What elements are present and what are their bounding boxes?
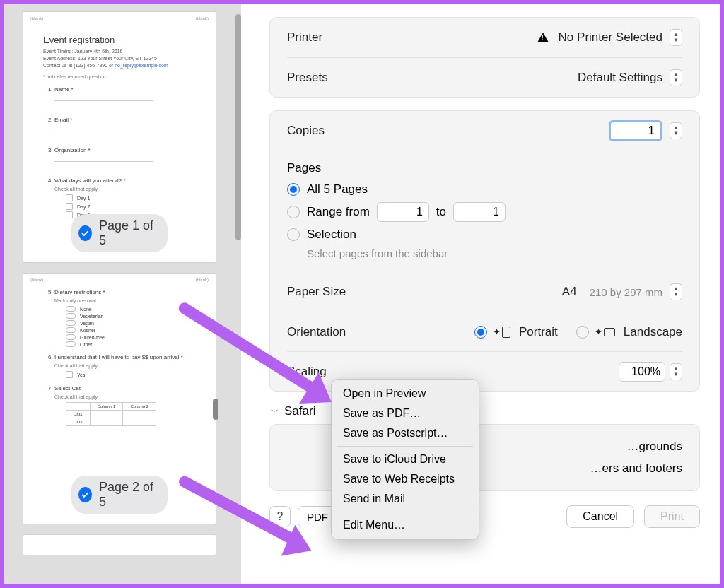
pages-selection-label: Selection (307, 228, 356, 242)
safari-section-label: Safari (284, 404, 315, 418)
thumb2-q5-o3: Vegan (66, 320, 196, 326)
menu-save-icloud[interactable]: Save to iCloud Drive (332, 449, 479, 469)
orientation-portrait-label: Portrait (519, 325, 558, 339)
thumb1-title: Event registration (43, 35, 196, 45)
updown-icon (670, 69, 682, 86)
orientation-landscape-radio[interactable] (576, 326, 589, 339)
thumb2-q5-o2: Vegetarian (66, 313, 196, 319)
printer-label: Printer (287, 30, 322, 45)
thumb1-contact: Contact us at (123) 456-7890 or (43, 63, 115, 68)
page-badge-2-label: Page 2 of 5 (99, 480, 155, 510)
thumb2-q6-opt: Yes (66, 371, 196, 378)
help-button[interactable]: ? (269, 506, 291, 527)
thumb1-required: * Indicates required question (43, 74, 196, 79)
papersize-value: A4 (562, 285, 577, 299)
pages-all-label: All 5 Pages (307, 182, 368, 196)
thumb1-q1: Name * (54, 86, 74, 93)
print-button[interactable]: Print (644, 505, 700, 528)
presets-label: Presets (287, 71, 328, 85)
page-badge-1-label: Page 1 of 5 (99, 218, 155, 248)
landscape-icon: ✦ (595, 327, 615, 337)
page-badge-2[interactable]: Page 2 of 5 (71, 476, 168, 514)
thumb2-q7: Select Cat (54, 385, 81, 392)
thumb1-q4-opt2: Day 2 (66, 203, 196, 210)
range-to-input[interactable] (453, 202, 506, 222)
range-from-input[interactable] (377, 202, 429, 222)
orientation-portrait-radio[interactable] (474, 326, 487, 339)
thumb2-q5-o5: Gluten-free (66, 334, 196, 340)
page-thumbnail-2[interactable]: (blank)(blank) Dietary restrictions * Ma… (23, 273, 216, 524)
thumb1-q3: Organization * (54, 147, 90, 153)
copies-label: Copies (287, 124, 325, 138)
printer-select[interactable]: No Printer Selected (537, 29, 682, 46)
thumb2-q6: I understand that I will have to pay $$ … (54, 354, 183, 360)
chevron-down-icon: ﹀ (271, 406, 279, 417)
thumbnail-sidebar: (blank)(blank) Event registration Event … (4, 4, 241, 584)
print-panel: Printer No Printer Selected Presets Defa… (241, 4, 720, 584)
check-icon (78, 225, 92, 241)
thumb1-timing: Event Timing: January 4th-6th, 2016 (43, 49, 122, 54)
copies-stepper[interactable] (670, 122, 682, 139)
menu-open-preview[interactable]: Open in Preview (332, 384, 479, 404)
updown-icon (670, 29, 682, 46)
menu-edit[interactable]: Edit Menu… (332, 515, 479, 535)
orientation-landscape-label: Landscape (624, 325, 682, 339)
pdf-dropdown-menu: Open in Preview Save as PDF… Save as Pos… (331, 379, 479, 540)
menu-save-postscript[interactable]: Save as Postscript… (332, 423, 479, 443)
menu-send-mail[interactable]: Send in Mail (332, 489, 479, 509)
pages-all-radio[interactable] (287, 183, 300, 196)
papersize-dims: 210 by 297 mm (590, 286, 662, 298)
cancel-button[interactable]: Cancel (566, 505, 634, 528)
thumb1-q2: Email * (54, 117, 72, 123)
scaling-input[interactable] (619, 362, 665, 382)
thumb1-contact-link: no_reply@example.com (115, 63, 168, 68)
page-badge-1[interactable]: Page 1 of 5 (71, 214, 168, 252)
thumb2-q7-table: Column 1Column 2 Cat1 Cat2 (66, 402, 156, 426)
warning-icon (537, 33, 549, 42)
papersize-label: Paper Size (287, 285, 346, 299)
thumb-scrub-handle[interactable] (213, 399, 218, 420)
thumb1-q4-sub: Check all that apply. (54, 187, 196, 192)
portrait-icon: ✦ (493, 327, 510, 338)
pages-selection-hint: Select pages from the sidebar (307, 247, 682, 259)
printer-value: No Printer Selected (559, 30, 662, 45)
thumb2-q5-o4: Kosher (66, 327, 196, 333)
thumb2-q5: Dietary restrictions * (54, 289, 105, 295)
range-to-word: to (436, 205, 446, 219)
thumb1-address: Event Address: 123 Your Street Your City… (43, 56, 157, 61)
thumb2-q7-sub: Check all that apply. (54, 394, 196, 399)
presets-value: Default Settings (578, 71, 662, 85)
papersize-select[interactable]: A4 210 by 297 mm (562, 283, 682, 300)
help-icon: ? (277, 510, 284, 523)
sidebar-scrollbar[interactable] (235, 14, 241, 240)
orientation-label: Orientation (287, 325, 346, 339)
scaling-label: Scaling (287, 365, 327, 379)
presets-select[interactable]: Default Settings (578, 69, 682, 86)
thumb1-q4: What days will you attend? * (54, 177, 126, 184)
pages-range-label: Range from (307, 205, 370, 219)
page-thumbnail-1[interactable]: (blank)(blank) Event registration Event … (23, 11, 216, 263)
thumb2-q5-o1: None (66, 306, 196, 312)
scaling-stepper[interactable] (670, 363, 682, 380)
thumb2-q5-o6: Other: (66, 341, 196, 347)
thumb2-q6-sub: Check all that apply. (54, 363, 196, 368)
updown-icon (670, 283, 682, 300)
copies-input[interactable] (609, 120, 662, 141)
menu-save-pdf[interactable]: Save as PDF… (332, 404, 479, 423)
thumb2-q5-sub: Mark only one oval. (54, 298, 196, 303)
pages-label: Pages (287, 161, 682, 175)
check-icon (78, 487, 92, 502)
menu-save-web-receipts[interactable]: Save to Web Receipts (332, 469, 479, 489)
page-thumbnail-3[interactable] (23, 534, 216, 555)
pages-range-radio[interactable] (287, 206, 300, 218)
thumb1-q4-opt1: Day 1 (66, 194, 196, 201)
pages-selection-radio[interactable] (287, 228, 300, 241)
